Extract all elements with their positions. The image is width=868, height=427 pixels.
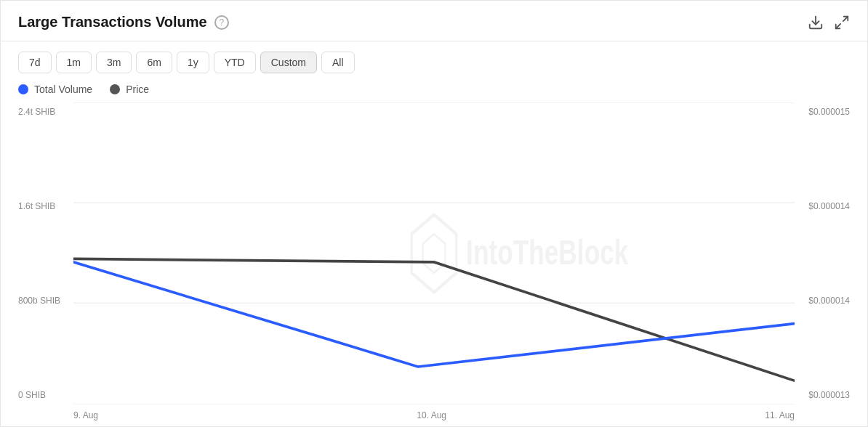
chart-area: 2.4t SHIB 1.6t SHIB 800b SHIB 0 SHIB $0.… [1, 102, 867, 426]
header-actions [808, 15, 850, 30]
toolbar: 7d 1m 3m 6m 1y YTD Custom All [1, 41, 867, 81]
svg-line-1 [843, 16, 848, 20]
y-label-left-1: 1.6t SHIB [18, 201, 60, 211]
time-btn-1m[interactable]: 1m [56, 52, 92, 73]
x-label-2: 11. Aug [765, 410, 795, 420]
svg-text:IntoTheBlock: IntoTheBlock [466, 233, 629, 272]
download-button[interactable] [808, 15, 824, 30]
legend-label-total-volume: Total Volume [34, 84, 92, 95]
y-label-left-3: 0 SHIB [18, 390, 60, 400]
y-label-right-3: $0.000013 [808, 390, 850, 400]
page-title: Large Transactions Volume [18, 14, 207, 30]
x-label-1: 10. Aug [417, 410, 446, 420]
chart-svg: IntoTheBlock [73, 102, 795, 404]
time-btn-custom[interactable]: Custom [260, 52, 317, 73]
volume-line [73, 262, 795, 367]
header: Large Transactions Volume ? [1, 1, 867, 41]
expand-button[interactable] [834, 15, 850, 30]
header-left: Large Transactions Volume ? [18, 14, 229, 30]
legend-dot-total-volume [18, 84, 28, 94]
time-btn-6m[interactable]: 6m [136, 52, 172, 73]
y-label-left-2: 800b SHIB [18, 296, 60, 306]
legend-label-price: Price [126, 84, 149, 95]
x-axis: 9. Aug 10. Aug 11. Aug [73, 404, 795, 426]
svg-marker-7 [411, 215, 457, 293]
y-axis-right: $0.000015 $0.000014 $0.000014 $0.000013 [808, 102, 850, 404]
help-icon[interactable]: ? [214, 15, 229, 30]
watermark: IntoTheBlock [411, 215, 629, 293]
y-label-right-2: $0.000014 [808, 296, 850, 306]
time-btn-1y[interactable]: 1y [177, 52, 209, 73]
chart-svg-container: IntoTheBlock [73, 102, 795, 404]
time-btn-7d[interactable]: 7d [18, 52, 52, 73]
time-btn-ytd[interactable]: YTD [214, 52, 256, 73]
card: Large Transactions Volume ? [0, 0, 868, 427]
y-label-right-0: $0.000015 [808, 107, 850, 117]
price-line [73, 259, 795, 381]
y-label-left-0: 2.4t SHIB [18, 107, 60, 117]
time-btn-all[interactable]: All [321, 52, 355, 73]
legend-item-price: Price [110, 84, 149, 95]
legend-item-total-volume: Total Volume [18, 84, 92, 95]
y-axis-left: 2.4t SHIB 1.6t SHIB 800b SHIB 0 SHIB [18, 102, 60, 404]
x-label-0: 9. Aug [73, 410, 98, 420]
legend-dot-price [110, 84, 120, 94]
svg-marker-8 [423, 234, 446, 272]
svg-line-2 [836, 23, 840, 28]
y-label-right-1: $0.000014 [808, 201, 850, 211]
legend: Total Volume Price [1, 81, 867, 102]
time-btn-3m[interactable]: 3m [96, 52, 132, 73]
